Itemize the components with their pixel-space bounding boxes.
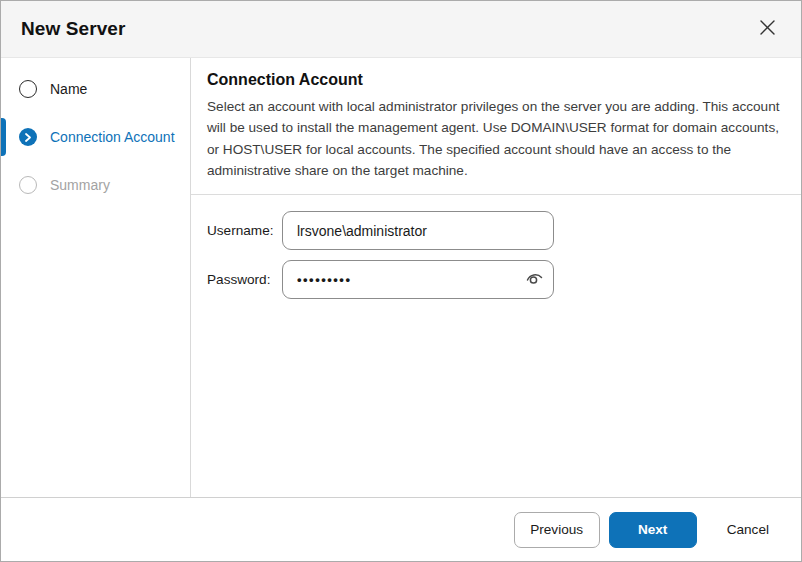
page-title: Connection Account xyxy=(207,71,789,89)
content-intro: Connection Account Select an account wit… xyxy=(191,58,801,195)
close-icon xyxy=(759,19,776,39)
close-button[interactable] xyxy=(755,17,779,41)
username-field[interactable] xyxy=(282,211,554,250)
step-label: Name xyxy=(50,81,87,97)
new-server-dialog: New Server Name xyxy=(0,0,802,562)
dialog-footer: Previous Next Cancel xyxy=(1,497,801,561)
next-button[interactable]: Next xyxy=(609,512,697,548)
active-step-indicator xyxy=(1,118,6,156)
step-label: Connection Account xyxy=(50,129,175,145)
previous-button[interactable]: Previous xyxy=(514,512,600,548)
eye-icon xyxy=(523,267,545,292)
username-label: Username: xyxy=(207,223,282,238)
cancel-button[interactable]: Cancel xyxy=(727,512,769,548)
wizard-steps-sidebar: Name Connection Account Summary xyxy=(1,58,191,497)
step-summary: Summary xyxy=(1,176,190,194)
step-content-panel: Connection Account Select an account wit… xyxy=(191,58,801,497)
step-description: Select an account with local administrat… xyxy=(207,96,789,181)
dialog-header: New Server xyxy=(1,1,801,58)
step-circle-icon xyxy=(19,80,37,98)
password-row: Password: xyxy=(207,260,785,299)
step-connection-account[interactable]: Connection Account xyxy=(1,128,190,146)
step-label: Summary xyxy=(50,177,110,193)
dialog-body: Name Connection Account Summary Connecti… xyxy=(1,58,801,497)
step-chevron-circle-icon xyxy=(19,128,37,146)
step-circle-icon xyxy=(19,176,37,194)
step-name[interactable]: Name xyxy=(1,80,190,98)
credentials-form: Username: Password: xyxy=(191,195,801,309)
password-label: Password: xyxy=(207,272,282,287)
dialog-title: New Server xyxy=(21,18,126,40)
password-field[interactable] xyxy=(282,260,554,299)
show-password-button[interactable] xyxy=(522,268,546,292)
username-row: Username: xyxy=(207,211,785,250)
